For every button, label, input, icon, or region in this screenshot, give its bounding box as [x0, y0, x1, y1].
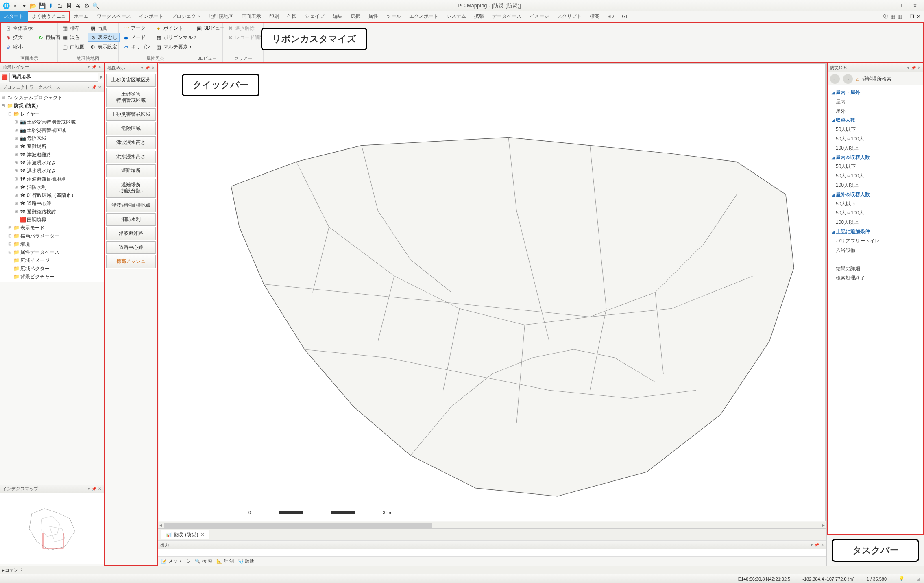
tree-item[interactable]: ⊞🗺道路中心線 [1, 199, 103, 207]
tree-item[interactable]: ⊟📁防災 (防災) [1, 102, 103, 110]
btn-3dview[interactable]: ▣3Dビュー [194, 24, 227, 33]
btn-zoom-out[interactable]: ⊖縮小 [3, 42, 34, 51]
mapdisp-btn[interactable]: 標高メッシュ [106, 255, 156, 268]
btn-gsi-none[interactable]: ⊘表示なし [88, 33, 120, 42]
minimize-button[interactable]: — [877, 1, 891, 10]
tree-item[interactable]: ⊞🗺避難経路検討 [1, 207, 103, 216]
tree-item[interactable]: ⊞🗺避難場所 [1, 142, 103, 151]
gis-item[interactable]: 屋内 [832, 97, 919, 107]
mapdisp-btn[interactable]: 津波避難目標地点 [106, 199, 156, 212]
gis-item[interactable]: 100人以上 [832, 144, 919, 153]
mapdisp-btn[interactable]: 消防水利 [106, 213, 156, 226]
tab-19[interactable]: スクリプト [553, 11, 586, 22]
gis-item[interactable]: 100人以上 [832, 181, 919, 190]
db-icon[interactable]: 🗄 [65, 2, 72, 9]
gis-section[interactable]: 屋外＆収容人数 [832, 190, 919, 199]
layer-icon[interactable]: 🗂 [56, 2, 63, 9]
mapdisp-btn[interactable]: 津波浸水高さ [106, 136, 156, 149]
output-tab[interactable]: 📝メッセージ [161, 558, 191, 564]
fg-layer-select[interactable] [9, 73, 98, 82]
gis-item[interactable]: 50人～100人 [832, 208, 919, 218]
output-tab[interactable]: 🩺診断 [238, 558, 254, 564]
btn-gsi-std[interactable]: ▦標準 [60, 24, 86, 33]
btn-node[interactable]: ◆ノード [121, 33, 152, 42]
tab-21[interactable]: 3D [604, 11, 618, 22]
tab-1[interactable]: ホーム [70, 11, 93, 22]
mapdisp-btn[interactable]: 避難場所（施設分類） [106, 179, 156, 198]
tree-item[interactable]: 🟥国調境界 [1, 216, 103, 224]
tab-2[interactable]: ワークスペース [93, 11, 135, 22]
tab-3[interactable]: インポート [135, 11, 168, 22]
tree-item[interactable]: ⊞🗺津波避難路 [1, 151, 103, 159]
btn-gsi-blank[interactable]: ▢白地図 [60, 42, 86, 51]
tab-8[interactable]: 作図 [283, 11, 301, 22]
mdi-close[interactable]: ✕ [917, 14, 921, 20]
gis-section[interactable]: 上記に追加条件 [832, 227, 919, 236]
gis-section[interactable]: 屋内＆収容人数 [832, 153, 919, 162]
tab-18[interactable]: イメージ [525, 11, 553, 22]
nav-back-icon[interactable]: ← [830, 74, 840, 84]
tab-4[interactable]: プロジェクト [168, 11, 205, 22]
mapdisp-btn[interactable]: 避難場所 [106, 164, 156, 177]
project-tree[interactable]: ⊟🗂システムプロジェクト⊟📁防災 (防災)⊟📂レイヤー⊞📷土砂災害特別警戒区域⊞… [0, 92, 104, 282]
tree-item[interactable]: ⊞📁表示モード [1, 224, 103, 232]
mdi-icon1[interactable]: ▦ [891, 14, 895, 20]
tab-6[interactable]: 画面表示 [238, 11, 265, 22]
bulb-icon[interactable]: 💡 [899, 576, 904, 581]
mdi-min[interactable]: – [904, 14, 907, 20]
close-button[interactable]: ✕ [908, 1, 922, 10]
tree-item[interactable]: ⊟🗂システムプロジェクト [1, 94, 103, 102]
mapdisp-btn[interactable]: 道路中心線 [106, 241, 156, 254]
resize-grip-icon[interactable]: ◢ [917, 576, 920, 581]
gis-section[interactable]: 収容人数 [832, 116, 919, 125]
btn-polygon[interactable]: ▱ポリゴン [121, 42, 152, 51]
tab-16[interactable]: 拡張 [470, 11, 488, 22]
home-icon[interactable]: ⌂ [856, 76, 859, 82]
tab-0[interactable]: よく使うメニュ [28, 11, 70, 22]
mapdisp-btn[interactable]: 土砂災害警戒区域 [106, 108, 156, 121]
mdi-icon2[interactable]: ▥ [898, 14, 902, 20]
gis-item[interactable]: 100人以上 [832, 218, 919, 227]
btn-arc[interactable]: 〰アーク [121, 24, 152, 33]
search-icon[interactable]: 🔍 [92, 2, 99, 9]
tab-20[interactable]: 標高 [586, 11, 604, 22]
tab-12[interactable]: 属性 [364, 11, 382, 22]
gis-item[interactable]: 50人以下 [832, 125, 919, 134]
gis-item[interactable]: バリアフリートイレ [832, 236, 919, 246]
btn-full-view[interactable]: ⊡全体表示 [3, 24, 34, 33]
h-scrollbar[interactable]: ◂▸ [158, 522, 826, 528]
tree-item[interactable]: ⊞📷土砂災害特別警戒区域 [1, 118, 103, 126]
gis-item[interactable]: 入浴設備 [832, 246, 919, 255]
tree-item[interactable]: 📁広域ベクター [1, 264, 103, 273]
tree-item[interactable]: ⊞🗺01行政区域（室蘭市） [1, 191, 103, 199]
tree-item[interactable]: ⊟📂レイヤー [1, 110, 103, 118]
gis-section[interactable]: 屋内・屋外 [832, 88, 919, 97]
download-icon[interactable]: ⬇ [47, 2, 54, 9]
tree-item[interactable]: 📁広域イメージ [1, 256, 103, 264]
tree-item[interactable]: ⊞🗺津波浸水深さ [1, 159, 103, 167]
tree-item[interactable]: ⊞📁描画パラメーター [1, 232, 103, 240]
gear-icon[interactable]: ⚙ [83, 2, 90, 9]
save-icon[interactable]: 💾 [38, 2, 46, 9]
tab-14[interactable]: エクスポート [405, 11, 442, 22]
tab-17[interactable]: データベース [488, 11, 525, 22]
dropdown-icon[interactable]: ▾ [100, 74, 102, 80]
tab-22[interactable]: GL [618, 11, 632, 22]
tree-item[interactable]: ⊞📷危険区域 [1, 134, 103, 142]
tab-15[interactable]: システム [442, 11, 470, 22]
tree-item[interactable]: ⊞📁属性データベース [1, 248, 103, 256]
tab-9[interactable]: シェイプ [301, 11, 329, 22]
gis-item[interactable]: 50人以下 [832, 199, 919, 209]
btn-gsi-photo[interactable]: ▩写真 [88, 24, 120, 33]
gis-item[interactable]: 屋外 [832, 107, 919, 116]
mapdisp-btn[interactable]: 土砂災害区域区分 [106, 74, 156, 87]
tree-item[interactable]: ⊞📷土砂災害警戒区域 [1, 126, 103, 134]
map-tab[interactable]: 📊防災 (防災)✕ [161, 530, 209, 539]
gis-item[interactable]: 50人以下 [832, 162, 919, 171]
tab-10[interactable]: 編集 [329, 11, 346, 22]
btn-zoom-in[interactable]: ⊕拡大 [3, 33, 34, 42]
mapdisp-btn[interactable]: 洪水浸水高さ [106, 151, 156, 164]
btn-gsi-pale[interactable]: ▦淡色 [60, 33, 86, 42]
gis-footer-item[interactable]: 検索処理終了 [832, 273, 919, 283]
print-icon[interactable]: 🖨 [74, 2, 81, 9]
